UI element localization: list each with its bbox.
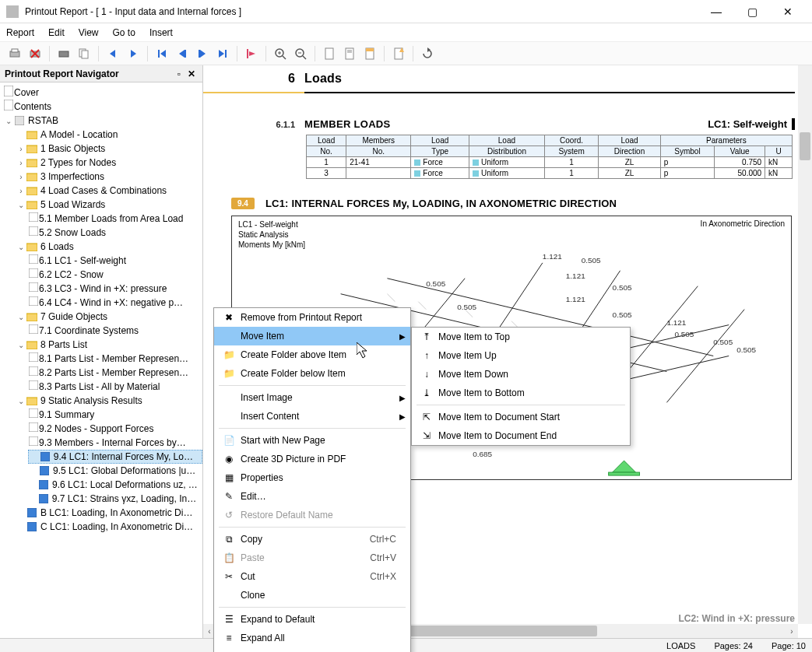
tree-6-4[interactable]: 6.4 LC4 - Wind in +X: negative p… xyxy=(28,296,202,310)
tree-5-loadwiz[interactable]: ⌄5 Load Wizards xyxy=(16,198,202,212)
tree-6-1[interactable]: 6.1 LC1 - Self-weight xyxy=(28,254,202,268)
tree-3-imperf[interactable]: ›3 Imperfections xyxy=(16,170,202,184)
tree-2-types[interactable]: ›2 Types for Nodes xyxy=(16,156,202,170)
first-page-icon[interactable] xyxy=(153,45,170,62)
menu-insert[interactable]: Insert xyxy=(149,27,173,38)
page-header-icon[interactable] xyxy=(361,45,378,62)
prev-page-icon[interactable] xyxy=(174,45,191,62)
ctx-clone[interactable]: Clone xyxy=(214,586,410,605)
tree-contents[interactable]: Contents xyxy=(3,100,202,114)
tree-c[interactable]: C LC1: Loading, In Axonometric Direc… xyxy=(16,520,202,534)
svg-text:0.505: 0.505 xyxy=(736,345,756,354)
ctx-create-folder-above[interactable]: 📁Create Folder above Item xyxy=(214,345,410,364)
ctx-collapse-all[interactable]: ≣Collapse All xyxy=(214,647,410,652)
print-all-icon[interactable] xyxy=(55,45,72,62)
maximize-button[interactable]: ▢ xyxy=(734,0,770,23)
last-page-icon[interactable] xyxy=(214,45,231,62)
sub-move-top[interactable]: ⤒Move Item to Top xyxy=(412,328,630,346)
arrow-down-icon: ↓ xyxy=(418,369,435,380)
menu-view[interactable]: View xyxy=(79,27,99,38)
tree-9-3[interactable]: 9.3 Members - Internal Forces by… xyxy=(28,436,202,450)
svg-line-77 xyxy=(387,294,395,302)
tree-9-static[interactable]: ⌄9 Static Analysis Results xyxy=(16,394,202,408)
sub-move-up[interactable]: ↑Move Item Up xyxy=(412,346,630,365)
multi-doc-icon[interactable] xyxy=(76,45,93,62)
ctx-edit[interactable]: ✎Edit… xyxy=(214,487,410,506)
ctx-create-3d-pdf[interactable]: ◉Create 3D Picture in PDF xyxy=(214,450,410,468)
tree-6-loads[interactable]: ⌄6 Loads xyxy=(16,240,202,254)
ctx-expand-all[interactable]: ≡Expand All xyxy=(214,629,410,647)
refresh-icon[interactable] xyxy=(419,45,436,62)
ctx-paste: 📋PasteCtrl+V xyxy=(214,549,410,567)
tree-9-6[interactable]: 9.6 LC1: Local Deformations uz, L… xyxy=(28,478,202,492)
tree-5-2[interactable]: 5.2 Snow Loads xyxy=(28,226,202,240)
tree-8-2[interactable]: 8.2 Parts List - Member Represen… xyxy=(28,366,202,380)
navigator-pin-icon[interactable]: ▫ xyxy=(173,68,185,79)
folder-icon: 📁 xyxy=(220,349,237,360)
svg-marker-83 xyxy=(613,461,636,472)
ctx-copy[interactable]: ⧉CopyCtrl+C xyxy=(214,530,410,549)
ctx-insert-content[interactable]: Insert Content▶ xyxy=(214,407,410,426)
tree-a-model[interactable]: A Model - Location xyxy=(16,128,202,142)
close-button[interactable]: ✕ xyxy=(770,0,806,23)
goto-page-icon[interactable] xyxy=(243,45,260,62)
minimize-button[interactable]: — xyxy=(698,0,734,23)
prev-arrow-icon[interactable] xyxy=(104,45,121,62)
cube-icon: ◉ xyxy=(220,454,237,464)
tree-8-1[interactable]: 8.1 Parts List - Member Represen… xyxy=(28,352,202,366)
zoom-in-icon[interactable] xyxy=(272,45,289,62)
table-row: 3 Force Uniform 1 ZL p 50.000 kN xyxy=(307,168,793,179)
scroll-right-icon[interactable]: › xyxy=(786,627,798,636)
svg-rect-13 xyxy=(185,50,186,58)
ctx-start-new-page[interactable]: 📄Start with New Page xyxy=(214,431,410,450)
tree-5-1[interactable]: 5.1 Member Loads from Area Load xyxy=(28,212,202,226)
print-icon[interactable] xyxy=(6,45,23,62)
print-cancel-icon[interactable] xyxy=(26,45,44,62)
sub-move-doc-end[interactable]: ⇲Move Item to Document End xyxy=(412,426,630,445)
vertical-scrollbar[interactable] xyxy=(798,65,812,624)
menu-edit[interactable]: Edit xyxy=(48,27,65,38)
menu-report[interactable]: Report xyxy=(6,27,34,38)
ctx-cut[interactable]: ✂CutCtrl+X xyxy=(214,567,410,586)
tree-b[interactable]: B LC1: Loading, In Axonometric Direc… xyxy=(16,506,202,520)
zoom-out-icon[interactable] xyxy=(292,45,309,62)
tree-8-parts[interactable]: ⌄8 Parts List xyxy=(16,338,202,352)
svg-rect-84 xyxy=(609,472,640,475)
tree-9-5[interactable]: 9.5 LC1: Global Deformations |u|… xyxy=(28,464,202,478)
tree-rstab[interactable]: ⌄RSTAB xyxy=(3,114,202,128)
new-page-icon[interactable] xyxy=(390,45,407,62)
svg-marker-8 xyxy=(110,50,115,58)
navigator-close-icon[interactable]: ✕ xyxy=(185,68,198,79)
section-number: 6 xyxy=(203,65,304,93)
scroll-thumb[interactable] xyxy=(800,132,810,160)
sub-move-bottom[interactable]: ⤓Move Item to Bottom xyxy=(412,384,630,402)
tree-9-2[interactable]: 9.2 Nodes - Support Forces xyxy=(28,422,202,436)
tree-7-1[interactable]: 7.1 Coordinate Systems xyxy=(28,324,202,338)
tree-9-4[interactable]: 9.4 LC1: Internal Forces My, Loa… xyxy=(28,450,202,464)
ctx-move-item[interactable]: Move Item▶ xyxy=(214,327,410,345)
tree-7-guide[interactable]: ⌄7 Guide Objects xyxy=(16,310,202,324)
page-setup-icon[interactable] xyxy=(321,45,338,62)
sub-move-doc-start[interactable]: ⇱Move Item to Document Start xyxy=(412,408,630,426)
ctx-expand-default[interactable]: ☰Expand to Default xyxy=(214,610,410,629)
tree-6-3[interactable]: 6.3 LC3 - Wind in +X: pressure xyxy=(28,282,202,296)
svg-rect-37 xyxy=(4,100,13,110)
menu-goto[interactable]: Go to xyxy=(113,27,135,38)
ctx-remove[interactable]: ✖Remove from Printout Report xyxy=(214,308,410,327)
next-page-icon[interactable] xyxy=(194,45,211,62)
tree-9-7[interactable]: 9.7 LC1: Strains γxz, Loading, In A… xyxy=(28,492,202,506)
ctx-insert-image[interactable]: Insert Image▶ xyxy=(214,388,410,407)
tree-4-loadcases[interactable]: ›4 Load Cases & Combinations xyxy=(16,184,202,198)
tree-8-3[interactable]: 8.3 Parts List - All by Material xyxy=(28,380,202,394)
next-arrow-icon[interactable] xyxy=(125,45,142,62)
tree-cover[interactable]: Cover xyxy=(3,86,202,100)
page-edit-icon[interactable] xyxy=(341,45,358,62)
tree-1-basic[interactable]: ›1 Basic Objects xyxy=(16,142,202,156)
navigator-tree[interactable]: Cover Contents ⌄RSTAB A Model - Location… xyxy=(0,82,202,638)
ctx-create-folder-below[interactable]: 📁Create Folder below Item xyxy=(214,364,410,383)
sub-move-down[interactable]: ↓Move Item Down xyxy=(412,365,630,384)
ctx-properties[interactable]: ▦Properties xyxy=(214,468,410,487)
tree-6-2[interactable]: 6.2 LC2 - Snow xyxy=(28,268,202,282)
svg-rect-61 xyxy=(29,436,38,446)
tree-9-1[interactable]: 9.1 Summary xyxy=(28,408,202,422)
